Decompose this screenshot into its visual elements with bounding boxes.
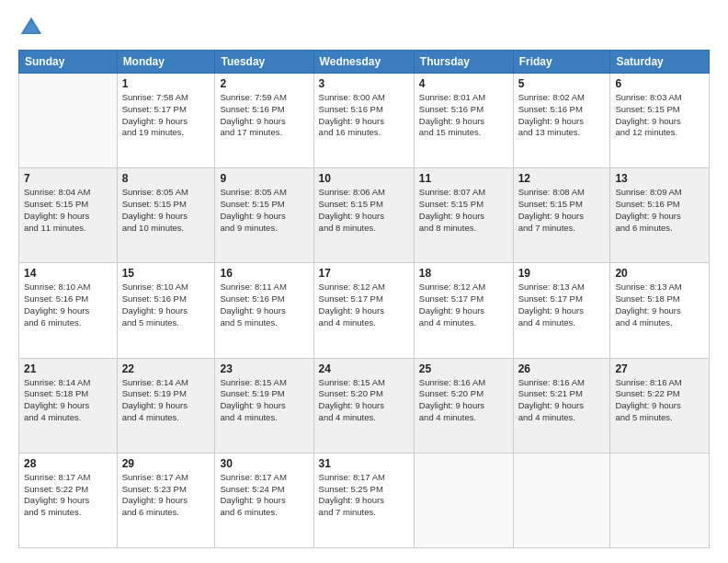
day-number: 31: [319, 457, 409, 470]
week-row-2: 7Sunrise: 8:04 AMSunset: 5:15 PMDaylight…: [19, 168, 710, 263]
day-number: 11: [419, 172, 508, 185]
calendar-cell: 13Sunrise: 8:09 AMSunset: 5:16 PMDayligh…: [610, 168, 710, 263]
calendar-cell: 18Sunrise: 8:12 AMSunset: 5:17 PMDayligh…: [414, 263, 513, 358]
calendar-cell: 10Sunrise: 8:06 AMSunset: 5:15 PMDayligh…: [313, 168, 414, 263]
day-number: 3: [319, 77, 409, 90]
weekday-thursday: Thursday: [414, 51, 513, 74]
day-info: Sunrise: 8:16 AMSunset: 5:20 PMDaylight:…: [419, 377, 508, 424]
calendar-cell: 3Sunrise: 8:00 AMSunset: 5:16 PMDaylight…: [313, 74, 414, 168]
day-info: Sunrise: 8:12 AMSunset: 5:17 PMDaylight:…: [419, 282, 508, 328]
day-info: Sunrise: 8:02 AMSunset: 5:16 PMDaylight:…: [518, 92, 606, 139]
calendar-cell: 1Sunrise: 7:58 AMSunset: 5:17 PMDaylight…: [117, 74, 215, 168]
calendar-cell: 22Sunrise: 8:14 AMSunset: 5:19 PMDayligh…: [117, 358, 215, 453]
calendar-cell: 29Sunrise: 8:17 AMSunset: 5:23 PMDayligh…: [117, 453, 215, 547]
day-number: 7: [24, 172, 112, 185]
day-info: Sunrise: 7:59 AMSunset: 5:16 PMDaylight:…: [220, 92, 308, 139]
day-info: Sunrise: 8:07 AMSunset: 5:15 PMDaylight:…: [419, 187, 508, 234]
day-info: Sunrise: 8:12 AMSunset: 5:17 PMDaylight:…: [319, 282, 409, 328]
calendar-cell: 30Sunrise: 8:17 AMSunset: 5:24 PMDayligh…: [215, 453, 313, 547]
day-info: Sunrise: 8:05 AMSunset: 5:15 PMDaylight:…: [220, 187, 308, 234]
weekday-monday: Monday: [117, 51, 215, 74]
day-info: Sunrise: 8:04 AMSunset: 5:15 PMDaylight:…: [24, 187, 112, 234]
day-info: Sunrise: 8:15 AMSunset: 5:19 PMDaylight:…: [220, 377, 308, 424]
calendar-cell: 21Sunrise: 8:14 AMSunset: 5:18 PMDayligh…: [19, 358, 118, 453]
day-number: 13: [615, 172, 704, 185]
logo-icon: [18, 15, 44, 40]
day-number: 18: [419, 267, 508, 280]
calendar-page: SundayMondayTuesdayWednesdayThursdayFrid…: [0, 0, 728, 563]
day-number: 12: [518, 172, 606, 185]
day-number: 28: [24, 457, 112, 470]
day-number: 4: [419, 77, 508, 90]
calendar-cell: [610, 453, 710, 547]
day-number: 24: [319, 362, 409, 375]
day-number: 23: [220, 362, 308, 375]
calendar-cell: [414, 453, 513, 547]
calendar-cell: 23Sunrise: 8:15 AMSunset: 5:19 PMDayligh…: [215, 358, 313, 453]
weekday-saturday: Saturday: [610, 51, 710, 74]
calendar-cell: 24Sunrise: 8:15 AMSunset: 5:20 PMDayligh…: [313, 358, 414, 453]
day-number: 5: [518, 77, 606, 90]
calendar-cell: 17Sunrise: 8:12 AMSunset: 5:17 PMDayligh…: [313, 263, 414, 358]
day-info: Sunrise: 8:06 AMSunset: 5:15 PMDaylight:…: [319, 187, 409, 234]
calendar-cell: 5Sunrise: 8:02 AMSunset: 5:16 PMDaylight…: [513, 74, 610, 168]
day-number: 6: [615, 77, 704, 90]
day-info: Sunrise: 8:15 AMSunset: 5:20 PMDaylight:…: [319, 377, 409, 424]
week-row-1: 1Sunrise: 7:58 AMSunset: 5:17 PMDaylight…: [19, 74, 710, 168]
day-number: 27: [615, 362, 704, 375]
day-number: 16: [220, 267, 308, 280]
day-number: 9: [220, 172, 308, 185]
day-info: Sunrise: 8:00 AMSunset: 5:16 PMDaylight:…: [319, 92, 409, 139]
day-number: 30: [220, 457, 308, 470]
day-number: 17: [319, 267, 409, 280]
calendar-cell: 14Sunrise: 8:10 AMSunset: 5:16 PMDayligh…: [19, 263, 118, 358]
calendar-cell: [19, 74, 118, 168]
day-info: Sunrise: 8:13 AMSunset: 5:17 PMDaylight:…: [518, 282, 606, 328]
day-number: 19: [518, 267, 606, 280]
day-number: 1: [122, 77, 210, 90]
day-info: Sunrise: 8:17 AMSunset: 5:25 PMDaylight:…: [319, 472, 409, 519]
calendar-cell: 9Sunrise: 8:05 AMSunset: 5:15 PMDaylight…: [215, 168, 313, 263]
day-info: Sunrise: 8:17 AMSunset: 5:22 PMDaylight:…: [24, 472, 112, 519]
day-info: Sunrise: 8:16 AMSunset: 5:21 PMDaylight:…: [518, 377, 606, 424]
day-info: Sunrise: 8:17 AMSunset: 5:24 PMDaylight:…: [220, 472, 308, 519]
week-row-3: 14Sunrise: 8:10 AMSunset: 5:16 PMDayligh…: [19, 263, 710, 358]
day-info: Sunrise: 8:09 AMSunset: 5:16 PMDaylight:…: [615, 187, 704, 234]
weekday-sunday: Sunday: [19, 51, 118, 74]
calendar-cell: [513, 453, 610, 547]
calendar-cell: 2Sunrise: 7:59 AMSunset: 5:16 PMDaylight…: [215, 74, 313, 168]
calendar-cell: 25Sunrise: 8:16 AMSunset: 5:20 PMDayligh…: [414, 358, 513, 453]
calendar-cell: 4Sunrise: 8:01 AMSunset: 5:16 PMDaylight…: [414, 74, 513, 168]
day-info: Sunrise: 8:16 AMSunset: 5:22 PMDaylight:…: [615, 377, 704, 424]
week-row-4: 21Sunrise: 8:14 AMSunset: 5:18 PMDayligh…: [19, 358, 710, 453]
day-number: 20: [615, 267, 704, 280]
weekday-header-row: SundayMondayTuesdayWednesdayThursdayFrid…: [19, 51, 710, 74]
day-info: Sunrise: 8:11 AMSunset: 5:16 PMDaylight:…: [220, 282, 308, 328]
day-info: Sunrise: 8:08 AMSunset: 5:15 PMDaylight:…: [518, 187, 606, 234]
calendar-cell: 26Sunrise: 8:16 AMSunset: 5:21 PMDayligh…: [513, 358, 610, 453]
day-info: Sunrise: 8:05 AMSunset: 5:15 PMDaylight:…: [122, 187, 210, 234]
week-row-5: 28Sunrise: 8:17 AMSunset: 5:22 PMDayligh…: [19, 453, 710, 547]
weekday-tuesday: Tuesday: [215, 51, 313, 74]
day-number: 2: [220, 77, 308, 90]
day-number: 25: [419, 362, 508, 375]
calendar-cell: 11Sunrise: 8:07 AMSunset: 5:15 PMDayligh…: [414, 168, 513, 263]
calendar-cell: 27Sunrise: 8:16 AMSunset: 5:22 PMDayligh…: [610, 358, 710, 453]
calendar-cell: 31Sunrise: 8:17 AMSunset: 5:25 PMDayligh…: [313, 453, 414, 547]
calendar-cell: 20Sunrise: 8:13 AMSunset: 5:18 PMDayligh…: [610, 263, 710, 358]
day-number: 8: [122, 172, 210, 185]
day-info: Sunrise: 8:01 AMSunset: 5:16 PMDaylight:…: [419, 92, 508, 139]
calendar-cell: 8Sunrise: 8:05 AMSunset: 5:15 PMDaylight…: [117, 168, 215, 263]
day-info: Sunrise: 8:10 AMSunset: 5:16 PMDaylight:…: [24, 282, 112, 328]
calendar-cell: 16Sunrise: 8:11 AMSunset: 5:16 PMDayligh…: [215, 263, 313, 358]
calendar-cell: 12Sunrise: 8:08 AMSunset: 5:15 PMDayligh…: [513, 168, 610, 263]
day-number: 15: [122, 267, 210, 280]
calendar-cell: 19Sunrise: 8:13 AMSunset: 5:17 PMDayligh…: [513, 263, 610, 358]
day-info: Sunrise: 8:14 AMSunset: 5:18 PMDaylight:…: [24, 377, 112, 424]
logo: [18, 15, 48, 40]
day-info: Sunrise: 8:13 AMSunset: 5:18 PMDaylight:…: [615, 282, 704, 328]
day-number: 29: [122, 457, 210, 470]
calendar-table: SundayMondayTuesdayWednesdayThursdayFrid…: [18, 50, 710, 548]
calendar-cell: 7Sunrise: 8:04 AMSunset: 5:15 PMDaylight…: [19, 168, 118, 263]
day-info: Sunrise: 8:17 AMSunset: 5:23 PMDaylight:…: [122, 472, 210, 519]
